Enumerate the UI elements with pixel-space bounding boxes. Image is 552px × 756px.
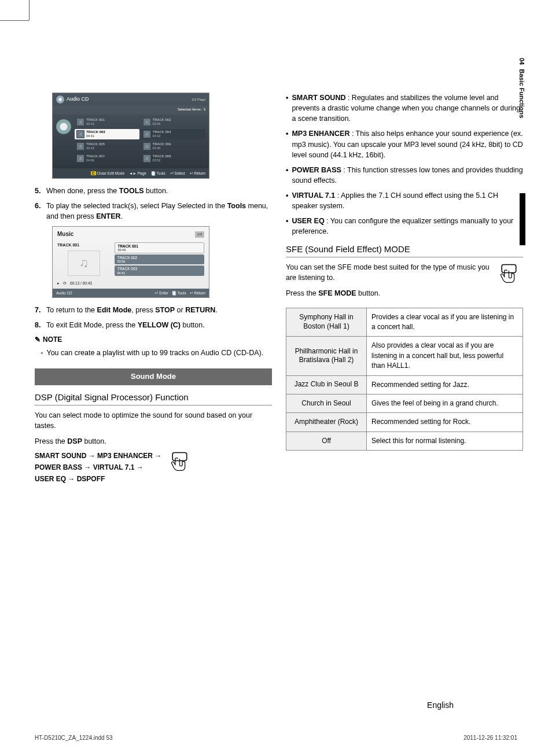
music-note-icon: ♫: [143, 130, 151, 138]
steps-list-1: 5. When done, press the TOOLS button. 6.…: [35, 186, 272, 222]
shot1-title: Audio CD: [67, 95, 89, 103]
repeat-icon: ⟳: [63, 281, 67, 286]
dsp-flow-row: SMART SOUND → MP3 ENHANCER → POWER BASS …: [35, 450, 272, 485]
music-note-icon: ♫: [76, 118, 84, 126]
dsp-flow: SMART SOUND → MP3 ENHANCER → POWER BASS …: [35, 450, 161, 485]
dsp-intro: You can select mode to optimize the soun…: [35, 410, 272, 431]
music-note-icon: ♫: [68, 250, 100, 276]
step-8: 8. To exit Edit Mode, press the YELLOW (…: [35, 320, 272, 330]
shot1-footer-bar: C Close Edit Mode ◄► Page 📑 Tools ⏎ Sele…: [53, 168, 209, 178]
language-label: English: [427, 700, 454, 710]
play-icon: ▸: [57, 281, 60, 286]
music-note-icon: ♫: [76, 142, 84, 150]
side-black-marker: [520, 193, 525, 245]
music-note-icon: ♫: [76, 130, 84, 138]
footer-left: HT-D5210C_ZA_1224.indd 53: [35, 735, 113, 741]
pencil-icon: ✎: [35, 335, 41, 345]
sfe-table: Symphony Hall in Boston (Hall 1)Provides…: [286, 308, 523, 451]
dsp-press: Press the DSP button.: [35, 436, 272, 447]
cd-art-icon: [56, 119, 71, 134]
audio-cd-screenshot: Audio CD 1/2 Page Selected Items : 3 ♫TR…: [52, 93, 209, 179]
note-bullet: ▪ You can create a playlist with up to 9…: [41, 348, 272, 358]
music-note-icon: ♫: [143, 154, 151, 163]
steps-list-2: 7. To return to the Edit Mode, press STO…: [35, 305, 272, 330]
sfe-heading: SFE (Sound Field Effect) MODE: [286, 243, 523, 258]
step-7: 7. To return to the Edit Mode, press STO…: [35, 305, 272, 315]
sfe-press: Press the SFE MODE button.: [286, 288, 491, 298]
document-page: 04 Basic Functions Audio CD 1/2 Page Sel…: [0, 0, 552, 756]
sfe-intro: You can set the SFE mode best suited for…: [286, 262, 491, 283]
two-column-content: Audio CD 1/2 Page Selected Items : 3 ♫TR…: [35, 93, 523, 485]
note-heading: ✎ NOTE: [35, 335, 272, 345]
step-6: 6. To play the selected track(s), select…: [35, 201, 272, 222]
music-note-icon: ♫: [76, 154, 84, 163]
current-track-label: TRACK 001: [57, 242, 110, 248]
press-button-icon: [167, 450, 194, 477]
sound-mode-banner: Sound Mode: [35, 368, 272, 385]
right-column: SMART SOUND : Regulates and stabilizes t…: [286, 93, 523, 485]
page-footer: HT-D5210C_ZA_1224.indd 53 2011-12-26 11:…: [35, 735, 517, 741]
shot2-footer-bar: Audio CD ⏎ Enter 📑 Tools ↩ Return: [53, 289, 209, 297]
sfe-intro-row: You can set the SFE mode best suited for…: [286, 262, 523, 301]
music-note-icon: ♫: [143, 142, 151, 150]
shot2-title: Music: [57, 230, 73, 239]
dsp-feature-list: SMART SOUND : Regulates and stabilizes t…: [286, 93, 523, 237]
dsp-heading: DSP (Digital Signal Processor) Function: [35, 391, 272, 406]
left-column: Audio CD 1/2 Page Selected Items : 3 ♫TR…: [35, 93, 272, 485]
shot1-page: 1/2 Page: [192, 97, 205, 102]
step-5: 5. When done, press the TOOLS button.: [35, 186, 272, 196]
footer-right: 2011-12-26 11:32:01: [463, 735, 517, 741]
shot2-page: 1/3: [195, 231, 204, 238]
chapter-label: Basic Functions: [518, 69, 525, 118]
square-bullet-icon: ▪: [41, 348, 43, 358]
playback-progress: ▸ ⟳ 00:13 / 00:43: [57, 281, 110, 286]
chapter-number: 04: [518, 58, 525, 65]
shot1-subtitle: Selected Items : 3: [53, 106, 209, 115]
press-button-icon: [496, 262, 523, 289]
side-tab: 04 Basic Functions: [518, 58, 525, 118]
cd-icon: [56, 95, 64, 104]
music-note-icon: ♫: [143, 118, 151, 126]
music-screenshot: Music 1/3 TRACK 001 ♫ ▸ ⟳ 00:13 / 00:43: [52, 226, 209, 297]
